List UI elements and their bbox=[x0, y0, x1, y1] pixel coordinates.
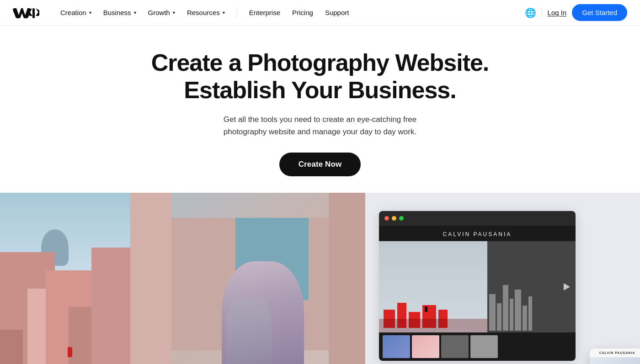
red-accent bbox=[68, 347, 72, 357]
gray-blocks-container bbox=[487, 283, 576, 332]
browser-dot-green bbox=[399, 216, 404, 221]
figure-silhouette bbox=[425, 306, 427, 312]
mobile-card-name: CALVIN PAUSANIA bbox=[590, 348, 640, 357]
nav-resources[interactable]: Resources ▾ bbox=[182, 6, 229, 19]
navigation: Creation ▾ Business ▾ Growth ▾ Resources… bbox=[0, 0, 640, 26]
browser-img-gray-blocks bbox=[487, 241, 576, 332]
left-architecture-image bbox=[0, 193, 130, 364]
chevron-down-icon: ▾ bbox=[89, 10, 91, 15]
hero-subtitle: Get all the tools you need to create an … bbox=[219, 113, 421, 138]
hero-section: Create a Photography Website. Establish … bbox=[0, 26, 640, 193]
center-architecture-image bbox=[130, 193, 365, 364]
globe-icon[interactable]: 🌐 bbox=[525, 7, 536, 18]
login-link[interactable]: Log In bbox=[548, 9, 567, 16]
gray-block-3 bbox=[503, 285, 508, 331]
center-rect-left bbox=[130, 193, 171, 364]
browser-img-red-maze bbox=[379, 241, 487, 332]
gray-block-6 bbox=[523, 306, 527, 331]
gray-block-4 bbox=[510, 299, 513, 331]
chevron-down-icon: ▾ bbox=[134, 10, 136, 15]
browser-site-header: CALVIN PAUSANIA bbox=[379, 226, 576, 241]
arch-block-5 bbox=[91, 248, 130, 364]
browser-toolbar bbox=[379, 211, 576, 226]
browser-hero-image bbox=[379, 241, 576, 332]
gray-block-2 bbox=[497, 303, 501, 331]
nav-right-actions: 🌐 Log In Get Started bbox=[525, 4, 627, 21]
gray-block-7 bbox=[528, 296, 532, 331]
svg-rect-0 bbox=[32, 8, 35, 18]
wix-logo[interactable] bbox=[13, 7, 39, 19]
gray-block-5 bbox=[515, 290, 521, 331]
mobile-card-overlay: CALVIN PAUSANIA bbox=[590, 348, 640, 364]
create-now-button[interactable]: Create Now bbox=[279, 153, 361, 176]
nav-support[interactable]: Support bbox=[320, 6, 354, 19]
browser-dot-yellow bbox=[392, 216, 396, 221]
browser-thumb-1 bbox=[383, 335, 410, 358]
nav-main-items: Creation ▾ Business ▾ Growth ▾ Resources… bbox=[56, 6, 525, 19]
arch-block-6 bbox=[0, 330, 23, 364]
right-browser-area: CALVIN PAUSANIA bbox=[365, 193, 640, 364]
browser-thumb-4 bbox=[470, 335, 498, 358]
browser-site-name: CALVIN PAUSANIA bbox=[379, 231, 576, 237]
play-arrow-icon bbox=[564, 283, 570, 290]
nav-divider bbox=[237, 7, 237, 18]
hero-title: Create a Photography Website. Establish … bbox=[142, 49, 498, 104]
mobile-card-image bbox=[590, 357, 640, 364]
maze-shadow bbox=[379, 319, 487, 332]
center-rect-right bbox=[329, 193, 365, 364]
nav-right-divider bbox=[542, 7, 542, 18]
nav-pricing[interactable]: Pricing bbox=[288, 6, 318, 19]
nav-creation[interactable]: Creation ▾ bbox=[56, 6, 96, 19]
browser-thumbnail-row bbox=[379, 332, 576, 361]
nav-enterprise[interactable]: Enterprise bbox=[245, 6, 285, 19]
browser-dot-red bbox=[384, 216, 389, 221]
images-section: CALVIN PAUSANIA bbox=[0, 193, 640, 364]
nav-growth[interactable]: Growth ▾ bbox=[144, 6, 180, 19]
browser-thumb-2 bbox=[412, 335, 439, 358]
browser-window: CALVIN PAUSANIA bbox=[379, 211, 576, 361]
center-figure-detail bbox=[226, 298, 272, 364]
chevron-down-icon: ▾ bbox=[173, 10, 175, 15]
chevron-down-icon: ▾ bbox=[223, 10, 225, 15]
browser-thumb-3 bbox=[441, 335, 469, 358]
gray-block-1 bbox=[489, 294, 496, 331]
get-started-button[interactable]: Get Started bbox=[572, 4, 627, 21]
nav-business[interactable]: Business ▾ bbox=[99, 6, 141, 19]
